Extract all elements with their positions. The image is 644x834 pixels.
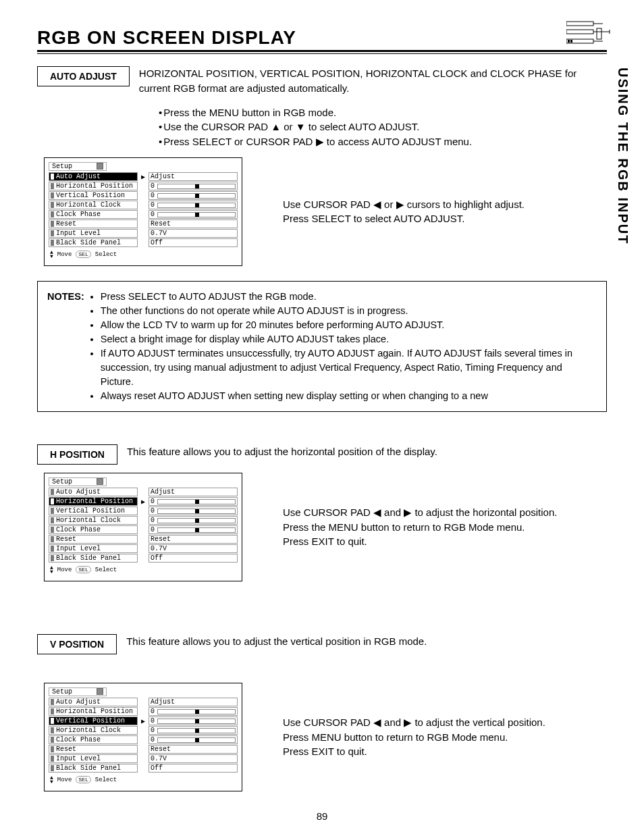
- osd-item-label: Black Side Panel: [49, 554, 138, 563]
- osd-item-value: 0: [149, 191, 238, 200]
- osd-item-value: 0: [149, 516, 238, 525]
- osd-item: Input Level0.7V: [49, 229, 238, 238]
- osd-item-value: 0: [149, 726, 238, 735]
- osd-item-value: 0.7V: [149, 754, 238, 763]
- osd-item: Horizontal Clock0: [49, 201, 238, 210]
- steps-auto-adjust: •Press the MENU button in RGB mode. •Use…: [159, 105, 607, 149]
- page-title: RGB ON SCREEN DISPLAY: [37, 27, 607, 49]
- osd-h-position: SetupAuto AdjustAdjustHorizontal Positio…: [44, 473, 242, 581]
- notes-lead: NOTES:: [47, 290, 84, 403]
- help-line: Use CURSOR PAD ◀ and ▶ to adjust the ver…: [283, 715, 545, 730]
- osd-item-value: 0: [149, 210, 238, 219]
- osd-item: Auto AdjustAdjust: [49, 488, 238, 497]
- osd-item-value: Off: [149, 554, 238, 563]
- osd-item-value: 0.7V: [149, 229, 238, 238]
- section-h-position: H POSITION This feature allows you to ad…: [37, 444, 607, 581]
- step: Use the CURSOR PAD ▲ or ▼ to select AUTO…: [163, 121, 419, 132]
- osd-item: Input Level0.7V: [49, 754, 238, 764]
- note-item: Allow the LCD TV to warm up for 20 minut…: [101, 318, 597, 332]
- osd-item-label: Black Side Panel: [49, 764, 138, 773]
- osd-item-value: Adjust: [149, 488, 238, 496]
- svg-rect-7: [570, 40, 572, 43]
- osd-item-label: Clock Phase: [49, 735, 138, 744]
- note-item: Select a bright image for display while …: [101, 332, 597, 346]
- side-tab: USING THE RGB INPUT: [615, 68, 630, 244]
- notes-box: NOTES: Press SELECT to AUTO ADJUST the R…: [37, 281, 607, 412]
- osd-item-label: Input Level: [49, 229, 138, 238]
- desc-v-position: This feature allows you to adjust the ve…: [126, 634, 607, 649]
- osd-item-label: Horizontal Position: [49, 497, 138, 506]
- osd-item-label: Reset: [49, 219, 138, 228]
- osd-item: Horizontal Clock0: [49, 726, 238, 735]
- osd-item: Horizontal Clock0: [49, 516, 238, 525]
- osd-item: Vertical Position0: [49, 191, 238, 201]
- up-down-arrow-icon: ▲▼: [50, 776, 53, 784]
- osd-item: Horizontal Position0: [49, 182, 238, 191]
- osd-item-value: 0.7V: [149, 544, 238, 553]
- osd-item-label: Horizontal Position: [49, 707, 138, 716]
- up-down-arrow-icon: ▲▼: [50, 566, 53, 574]
- osd-item-value: 0: [149, 497, 238, 506]
- help-v-position: Use CURSOR PAD ◀ and ▶ to adjust the ver…: [283, 715, 545, 759]
- chevron-right-icon: ▶: [140, 498, 146, 506]
- help-auto-adjust: Use CURSOR PAD ◀ or ▶ cursors to highlig…: [283, 197, 525, 227]
- osd-item: Auto Adjust▶Adjust: [49, 172, 238, 182]
- osd-item: Clock Phase0: [49, 735, 238, 745]
- osd-item: ResetReset: [49, 745, 238, 754]
- chevron-right-icon: ▶: [140, 173, 146, 181]
- osd-item-value: Off: [149, 238, 238, 247]
- osd-item-label: Vertical Position: [49, 191, 138, 200]
- label-auto-adjust: AUTO ADJUST: [37, 66, 130, 86]
- osd-item-value: Adjust: [149, 698, 238, 706]
- osd-item-value: 0: [149, 716, 238, 725]
- osd-item-label: Horizontal Clock: [49, 201, 138, 209]
- osd-item-label: Clock Phase: [49, 210, 138, 219]
- help-line: Press EXIT to quit.: [283, 534, 557, 549]
- osd-item-value: Off: [149, 764, 238, 773]
- osd-item-label: Auto Adjust: [49, 172, 138, 181]
- osd-item: Clock Phase0: [49, 210, 238, 219]
- osd-item-value: 0: [149, 506, 238, 515]
- osd-item: Vertical Position▶0: [49, 716, 238, 726]
- label-v-position: V POSITION: [37, 634, 117, 654]
- page: RGB ON SCREEN DISPLAY USING THE RGB INPU…: [0, 0, 644, 834]
- chevron-right-icon: ▶: [140, 717, 146, 725]
- osd-item: Input Level0.7V: [49, 544, 238, 554]
- osd-item-label: Input Level: [49, 754, 138, 763]
- osd-item-label: Vertical Position: [49, 716, 138, 725]
- help-line: Press the MENU button to return to RGB M…: [283, 520, 557, 535]
- osd-auto-adjust: SetupAuto Adjust▶AdjustHorizontal Positi…: [44, 157, 242, 266]
- osd-item-label: Horizontal Clock: [49, 516, 138, 525]
- help-line: Press EXIT to quit.: [283, 744, 545, 759]
- osd-item-value: 0: [149, 201, 238, 209]
- section-v-position: V POSITION This feature allows you to ad…: [37, 634, 607, 791]
- osd-item-value: Reset: [149, 219, 238, 228]
- osd-item-value: Reset: [149, 535, 238, 544]
- note-item: If AUTO ADJUST terminates unsuccessfully…: [101, 346, 597, 389]
- osd-title: Setup: [49, 687, 107, 696]
- osd-item-label: Input Level: [49, 544, 138, 553]
- osd-title: Setup: [49, 162, 107, 171]
- osd-item-value: 0: [149, 182, 238, 190]
- desc-auto-adjust: HORIZONTAL POSITION, VERTICAL POSITION, …: [139, 66, 607, 96]
- osd-item-value: Reset: [149, 745, 238, 754]
- note-item: Always reset AUTO ADJUST when setting ne…: [101, 389, 597, 403]
- label-h-position: H POSITION: [37, 444, 117, 465]
- step: Press the MENU button in RGB mode.: [163, 107, 336, 118]
- osd-item: Horizontal Position▶0: [49, 497, 238, 506]
- page-number: 89: [0, 810, 644, 822]
- help-line: Press SELECT to select AUTO ADJUST.: [283, 211, 525, 226]
- title-rule-thin: [37, 53, 607, 54]
- osd-item-label: Black Side Panel: [49, 238, 138, 247]
- help-line: Press MENU button to return to RGB Mode …: [283, 730, 545, 745]
- svg-rect-2: [566, 30, 593, 34]
- osd-item-label: Vertical Position: [49, 506, 138, 515]
- osd-item-label: Horizontal Position: [49, 182, 138, 190]
- svg-rect-0: [566, 22, 593, 26]
- help-line: Use CURSOR PAD ◀ and ▶ to adjust the hor…: [283, 505, 557, 520]
- help-h-position: Use CURSOR PAD ◀ and ▶ to adjust the hor…: [283, 505, 557, 549]
- svg-rect-9: [597, 28, 601, 39]
- osd-item: Clock Phase0: [49, 525, 238, 535]
- osd-item: ResetReset: [49, 535, 238, 544]
- desc-h-position: This feature allows you to adjust the ho…: [127, 444, 607, 459]
